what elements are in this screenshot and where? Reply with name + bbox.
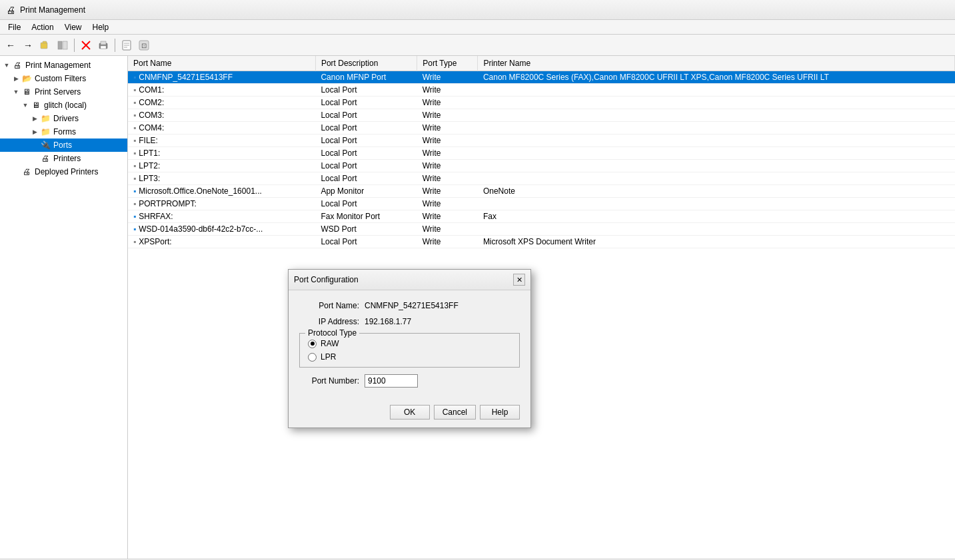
cell-printer-name: OneNote <box>478 185 955 198</box>
cell-port-name: ▪SHRFAX: <box>128 210 315 223</box>
print-button[interactable] <box>95 37 111 53</box>
protocol-type-group: Protocol Type RAW LPR <box>299 333 520 368</box>
cell-port-name: ▪COM1: <box>128 84 315 97</box>
dialog-buttons: OK Cancel Help <box>289 400 530 427</box>
menu-action[interactable]: Action <box>26 21 59 33</box>
port-number-field: Port Number: <box>299 374 520 388</box>
cell-port-desc: Local Port <box>315 122 417 135</box>
table-row[interactable]: ▪LPT1: Local Port Write <box>128 147 955 160</box>
toggle-print-servers[interactable]: ▼ <box>12 88 20 96</box>
lpr-radio-row[interactable]: LPR <box>308 352 511 362</box>
cell-port-type: Write <box>417 198 478 210</box>
sidebar-item-print-management[interactable]: ▼ 🖨 Print Management <box>0 59 127 72</box>
cell-port-type: Write <box>417 236 478 248</box>
port-number-input[interactable] <box>365 374 418 388</box>
col-port-name[interactable]: Port Name <box>128 56 315 71</box>
raw-radio-button[interactable] <box>308 340 317 348</box>
cell-port-desc: App Monitor <box>315 185 417 198</box>
port-type-icon: ▪ <box>133 111 136 120</box>
glitch-local-icon: 🖥 <box>31 100 41 111</box>
cell-port-desc: Local Port <box>315 172 417 185</box>
port-type-icon: ▪ <box>133 73 136 82</box>
toggle-print-management[interactable]: ▼ <box>3 61 11 69</box>
protocol-legend: Protocol Type <box>305 328 359 338</box>
port-type-icon: ▪ <box>133 237 136 246</box>
port-number-label: Port Number: <box>299 376 359 386</box>
menu-help[interactable]: Help <box>87 21 115 33</box>
table-row[interactable]: ▪COM4: Local Port Write <box>128 122 955 135</box>
raw-radio-row[interactable]: RAW <box>308 339 511 348</box>
properties-button[interactable] <box>119 37 135 53</box>
table-row[interactable]: ▪CNMFNP_54271E5413FF Canon MFNP Port Wri… <box>128 71 955 84</box>
menu-bar: File Action View Help <box>0 20 955 35</box>
ip-address-field: IP Address: 192.168.1.77 <box>299 317 520 326</box>
menu-view[interactable]: View <box>59 21 87 33</box>
table-row[interactable]: ▪SHRFAX: Fax Monitor Port Write Fax <box>128 210 955 223</box>
table-row[interactable]: ▪Microsoft.Office.OneNote_16001... App M… <box>128 185 955 198</box>
sidebar-item-drivers[interactable]: ▶ 📁 Drivers <box>0 112 127 125</box>
cell-printer-name <box>478 122 955 135</box>
label-print-servers: Print Servers <box>35 87 81 97</box>
drivers-icon: 📁 <box>40 113 51 124</box>
menu-file[interactable]: File <box>3 21 26 33</box>
lpr-radio-label: LPR <box>321 352 336 362</box>
toggle-custom-filters[interactable]: ▶ <box>12 75 20 83</box>
lpr-radio-button[interactable] <box>308 353 317 362</box>
sidebar-item-forms[interactable]: ▶ 📁 Forms <box>0 125 127 139</box>
back-button[interactable]: ← <box>3 37 19 53</box>
ok-button[interactable]: OK <box>390 405 430 420</box>
cell-printer-name <box>478 147 955 160</box>
cell-port-type: Write <box>417 135 478 147</box>
cell-port-type: Write <box>417 122 478 135</box>
sidebar-item-custom-filters[interactable]: ▶ 📂 Custom Filters <box>0 72 127 85</box>
refresh-button[interactable]: ⊡ <box>136 37 152 53</box>
dialog-close-button[interactable]: ✕ <box>513 274 525 286</box>
help-button[interactable]: Help <box>480 405 520 420</box>
show-hide-button[interactable] <box>55 37 71 53</box>
cell-port-type: Write <box>417 71 478 84</box>
forward-button[interactable]: → <box>20 37 36 53</box>
delete-button[interactable] <box>78 37 94 53</box>
cell-port-desc: Local Port <box>315 160 417 172</box>
custom-filters-icon: 📂 <box>21 73 32 84</box>
col-port-type[interactable]: Port Type <box>417 56 478 71</box>
cell-port-type: Write <box>417 147 478 160</box>
col-printer-name[interactable]: Printer Name <box>478 56 955 71</box>
table-row[interactable]: ▪COM2: Local Port Write <box>128 97 955 109</box>
sidebar-item-ports[interactable]: 🔌 Ports <box>0 139 127 152</box>
toolbar-sep-1 <box>74 39 75 52</box>
cell-port-type: Write <box>417 223 478 236</box>
sidebar-item-glitch-local[interactable]: ▼ 🖥 glitch (local) <box>0 99 127 112</box>
cell-printer-name: Microsoft XPS Document Writer <box>478 236 955 248</box>
deployed-printers-icon: 🖨 <box>21 166 32 177</box>
table-row[interactable]: ▪PORTPROMPT: Local Port Write <box>128 198 955 210</box>
table-row[interactable]: ▪COM3: Local Port Write <box>128 109 955 122</box>
sidebar: ▼ 🖨 Print Management ▶ 📂 Custom Filters … <box>0 56 128 559</box>
toggle-forms[interactable]: ▶ <box>31 128 39 136</box>
toggle-glitch-local[interactable]: ▼ <box>21 101 29 109</box>
cell-port-type: Write <box>417 109 478 122</box>
table-row[interactable]: ▪LPT2: Local Port Write <box>128 160 955 172</box>
cell-port-name: ▪COM4: <box>128 122 315 135</box>
content-area: Port Name Port Description Port Type Pri… <box>128 56 955 559</box>
cell-port-name: ▪Microsoft.Office.OneNote_16001... <box>128 185 315 198</box>
col-port-desc[interactable]: Port Description <box>315 56 417 71</box>
browse-folder-button[interactable] <box>37 37 53 53</box>
ports-icon: 🔌 <box>40 140 51 150</box>
table-row[interactable]: ▪XPSPort: Local Port Write Microsoft XPS… <box>128 236 955 248</box>
toggle-drivers[interactable]: ▶ <box>31 115 39 123</box>
table-row[interactable]: ▪COM1: Local Port Write <box>128 84 955 97</box>
label-ports: Ports <box>53 140 72 150</box>
cell-printer-name <box>478 135 955 147</box>
cell-printer-name <box>478 97 955 109</box>
cell-printer-name <box>478 84 955 97</box>
cell-port-type: Write <box>417 84 478 97</box>
sidebar-item-deployed-printers[interactable]: 🖨 Deployed Printers <box>0 165 127 178</box>
table-row[interactable]: ▪WSD-014a3590-db6f-42c2-b7cc-... WSD Por… <box>128 223 955 236</box>
table-row[interactable]: ▪FILE: Local Port Write <box>128 135 955 147</box>
cancel-button[interactable]: Cancel <box>434 405 476 420</box>
port-type-icon: ▪ <box>133 174 136 183</box>
sidebar-item-print-servers[interactable]: ▼ 🖥 Print Servers <box>0 85 127 99</box>
sidebar-item-printers[interactable]: 🖨 Printers <box>0 152 127 165</box>
table-row[interactable]: ▪LPT3: Local Port Write <box>128 172 955 185</box>
